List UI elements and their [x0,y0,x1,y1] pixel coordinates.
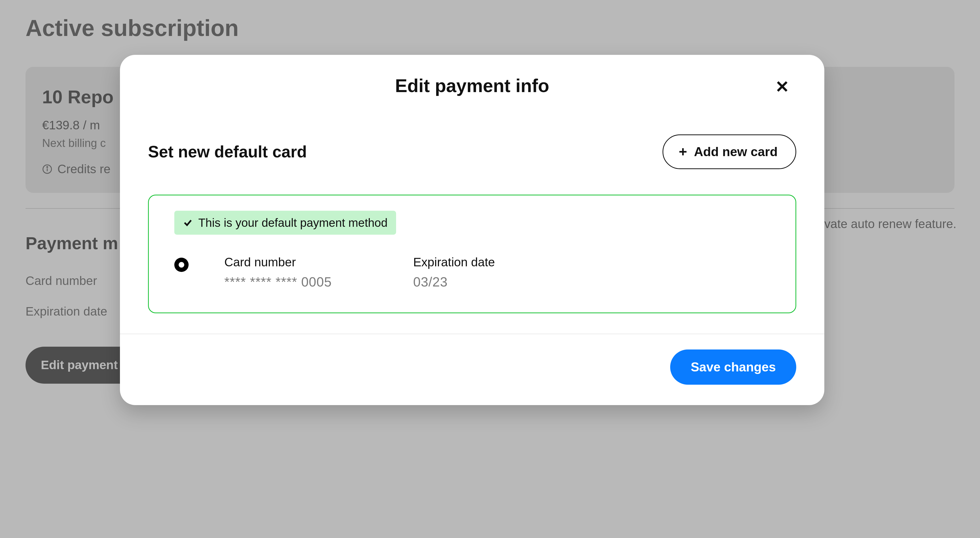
radio-selected-icon [174,258,189,272]
expiration-label: Expiration date [413,255,566,269]
card-number-column: Card number **** **** **** 0005 [224,255,377,290]
modal-footer: Save changes [120,334,824,405]
close-icon [775,79,790,94]
expiration-column: Expiration date 03/23 [413,255,566,290]
modal-body: Set new default card Add new card This i… [120,99,824,334]
add-new-card-button[interactable]: Add new card [662,135,796,169]
card-number-label: Card number [224,255,377,269]
default-method-badge: This is your default payment method [174,211,396,235]
payment-card-option[interactable]: This is your default payment method Card… [148,195,796,313]
close-button[interactable] [773,78,791,96]
save-changes-button[interactable]: Save changes [670,349,796,385]
add-new-card-label: Add new card [694,144,778,159]
card-number-value: **** **** **** 0005 [224,274,377,290]
edit-payment-modal: Edit payment info Set new default card A… [120,55,824,405]
expiration-value: 03/23 [413,274,566,290]
card-radio[interactable] [174,255,189,272]
modal-header: Edit payment info [120,55,824,99]
modal-subtitle: Set new default card [148,142,307,161]
save-changes-label: Save changes [690,360,776,374]
default-method-text: This is your default payment method [198,216,387,230]
modal-title: Edit payment info [151,75,794,96]
check-icon [183,218,192,227]
plus-icon [678,146,688,157]
